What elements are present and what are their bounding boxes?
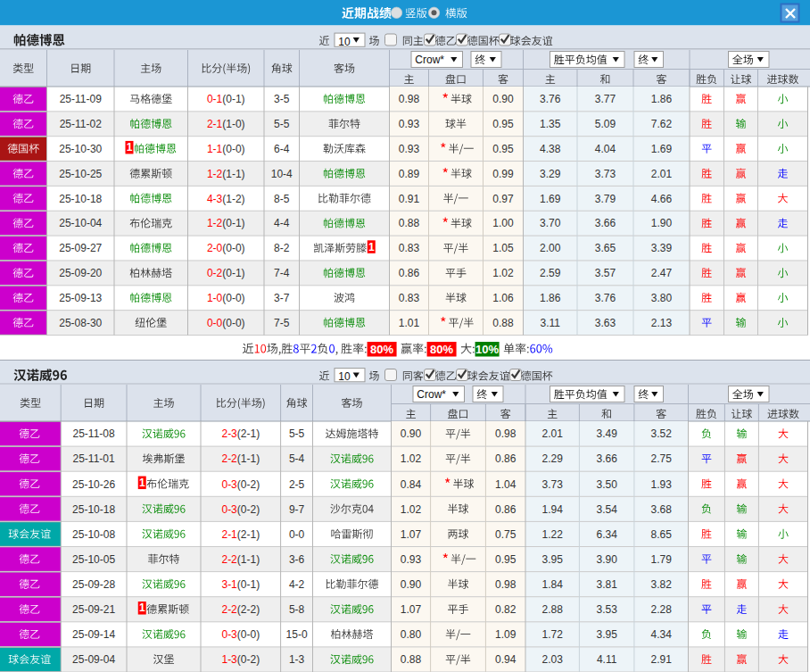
svg-text:6-4: 6-4 xyxy=(274,143,290,155)
svg-text:3-6: 3-6 xyxy=(289,553,305,566)
svg-text:8.65: 8.65 xyxy=(651,528,673,541)
svg-text:4.66: 4.66 xyxy=(651,193,673,205)
svg-text:6.34: 6.34 xyxy=(596,528,617,541)
svg-text:4.34: 4.34 xyxy=(651,628,673,641)
svg-text:3.90: 3.90 xyxy=(596,553,617,566)
svg-text:0.88: 0.88 xyxy=(401,653,422,666)
svg-text:1-2(1-1): 1-2(1-1) xyxy=(207,168,245,180)
svg-text:3.29: 3.29 xyxy=(540,168,561,180)
svg-text:0-3(0-2): 0-3(0-2) xyxy=(221,478,260,491)
svg-text:25-10-18: 25-10-18 xyxy=(59,193,102,205)
svg-text:3.79: 3.79 xyxy=(595,193,616,205)
svg-text:0.90: 0.90 xyxy=(401,427,422,440)
svg-text:1-0(0-0): 1-0(0-0) xyxy=(207,292,245,304)
svg-text:25-09-14: 25-09-14 xyxy=(72,628,115,641)
svg-text:80%: 80% xyxy=(430,343,453,356)
svg-text:2.91: 2.91 xyxy=(651,653,673,666)
svg-text:0.86: 0.86 xyxy=(495,503,517,516)
svg-text:2-1(1-0): 2-1(1-0) xyxy=(207,118,245,130)
svg-text:1.69: 1.69 xyxy=(651,143,673,155)
svg-text:3.50: 3.50 xyxy=(596,478,617,491)
svg-text:0-3(0-0): 0-3(0-0) xyxy=(221,628,260,641)
svg-text:0.89: 0.89 xyxy=(399,168,420,180)
svg-text:3-7: 3-7 xyxy=(274,292,290,304)
svg-text:3.39: 3.39 xyxy=(651,242,673,254)
svg-text:1: 1 xyxy=(139,477,145,489)
svg-text:0.93: 0.93 xyxy=(399,143,420,155)
svg-text:3.82: 3.82 xyxy=(651,578,673,591)
svg-text:1.02: 1.02 xyxy=(401,503,422,516)
svg-text:0.95: 0.95 xyxy=(492,118,514,130)
svg-text:0-1(0-1): 0-1(0-1) xyxy=(207,93,245,105)
svg-text:0.80: 0.80 xyxy=(401,628,422,641)
svg-text:3-5: 3-5 xyxy=(274,93,290,105)
svg-text:3.95: 3.95 xyxy=(542,553,564,566)
svg-text:3.11: 3.11 xyxy=(541,317,561,329)
svg-text:3.49: 3.49 xyxy=(596,427,617,440)
svg-text:25-09-04: 25-09-04 xyxy=(72,653,115,666)
svg-text:0.86: 0.86 xyxy=(495,452,517,465)
svg-text:3.76: 3.76 xyxy=(540,93,561,105)
svg-text:2.47: 2.47 xyxy=(651,267,673,279)
svg-text:25-10-30: 25-10-30 xyxy=(59,143,102,155)
svg-text:0.91: 0.91 xyxy=(399,193,420,205)
svg-text:0.97: 0.97 xyxy=(492,193,514,205)
svg-text:3.80: 3.80 xyxy=(651,292,673,304)
svg-text:25-08-30: 25-08-30 xyxy=(59,317,102,329)
svg-text:3.66: 3.66 xyxy=(595,217,616,229)
svg-text:0.95: 0.95 xyxy=(495,553,517,566)
svg-text:1.86: 1.86 xyxy=(651,93,673,105)
svg-text:4-2: 4-2 xyxy=(289,578,305,591)
svg-text:25-10-04: 25-10-04 xyxy=(59,217,102,229)
svg-text:1: 1 xyxy=(368,241,375,253)
svg-text:3.81: 3.81 xyxy=(596,578,617,591)
svg-text:25-09-28: 25-09-28 xyxy=(72,578,115,591)
svg-text:1-3: 1-3 xyxy=(289,653,305,666)
svg-text:1.02: 1.02 xyxy=(492,267,514,279)
svg-text:0.93: 0.93 xyxy=(399,118,420,130)
svg-text:4.04: 4.04 xyxy=(595,143,616,155)
svg-text:7.62: 7.62 xyxy=(651,118,673,130)
svg-text:3.63: 3.63 xyxy=(595,317,616,329)
svg-text:1.00: 1.00 xyxy=(492,217,514,229)
svg-text:15-0: 15-0 xyxy=(286,628,308,641)
svg-text:1-2(0-1): 1-2(0-1) xyxy=(207,217,245,229)
svg-text:4-3(1-2): 4-3(1-2) xyxy=(207,193,245,205)
svg-text:2-5: 2-5 xyxy=(289,478,305,491)
svg-text:0.86: 0.86 xyxy=(399,267,420,279)
svg-text:Crow*: Crow* xyxy=(417,388,446,401)
svg-text:7-4: 7-4 xyxy=(274,267,290,279)
svg-text:2.75: 2.75 xyxy=(651,452,673,465)
svg-text:1-3(0-2): 1-3(0-2) xyxy=(221,653,260,666)
svg-text:5-4: 5-4 xyxy=(289,452,305,465)
svg-text:25-11-08: 25-11-08 xyxy=(73,427,115,440)
svg-text:1.79: 1.79 xyxy=(651,553,673,566)
svg-text:0.94: 0.94 xyxy=(495,653,517,666)
svg-text:25-09-21: 25-09-21 xyxy=(72,603,115,616)
svg-text:80%: 80% xyxy=(370,343,393,356)
svg-text:10: 10 xyxy=(338,36,351,48)
svg-text:25-11-01: 25-11-01 xyxy=(73,452,115,465)
svg-text:25-10-08: 25-10-08 xyxy=(72,528,115,541)
svg-text:0.88: 0.88 xyxy=(399,217,420,229)
svg-text:25-10-05: 25-10-05 xyxy=(72,553,115,566)
svg-text:2.28: 2.28 xyxy=(651,603,673,616)
svg-text:1.94: 1.94 xyxy=(542,503,564,516)
svg-text:5.09: 5.09 xyxy=(595,118,616,130)
svg-text:2-1(2-1): 2-1(2-1) xyxy=(221,528,260,541)
svg-text:0.84: 0.84 xyxy=(401,478,422,491)
svg-text:2-0(0-0): 2-0(0-0) xyxy=(207,242,245,254)
svg-text:3.54: 3.54 xyxy=(596,503,617,516)
svg-text:0.93: 0.93 xyxy=(401,553,422,566)
svg-text:0-2(0-1): 0-2(0-1) xyxy=(207,267,245,279)
svg-text:1.05: 1.05 xyxy=(492,242,514,254)
svg-text:0.88: 0.88 xyxy=(492,317,514,329)
svg-text:0.90: 0.90 xyxy=(492,93,514,105)
svg-text:10: 10 xyxy=(338,370,351,383)
svg-text:0.98: 0.98 xyxy=(399,93,420,105)
svg-text:0-0: 0-0 xyxy=(289,528,305,541)
svg-text:8-5: 8-5 xyxy=(274,193,290,205)
svg-text:2.03: 2.03 xyxy=(542,653,564,666)
svg-text:5-8: 5-8 xyxy=(289,603,305,616)
svg-text:3-1(0-1): 3-1(0-1) xyxy=(221,578,260,591)
